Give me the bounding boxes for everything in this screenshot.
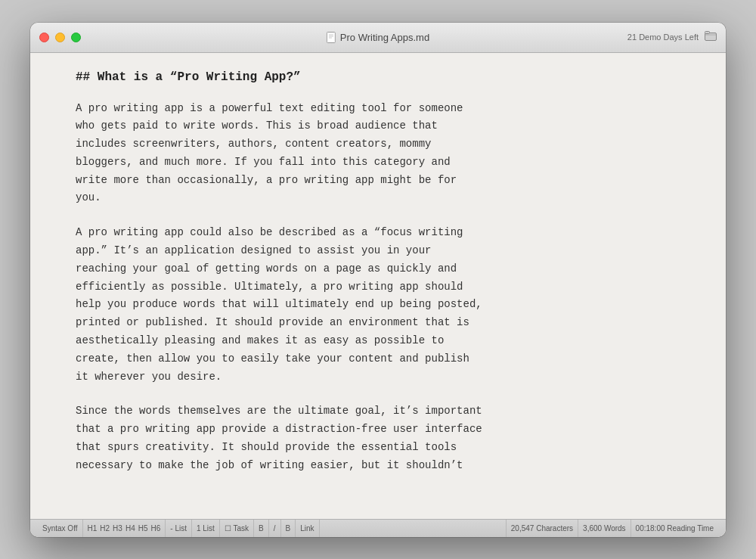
h1-label[interactable]: H1: [88, 524, 98, 533]
spacer: [320, 520, 507, 537]
status-bar: Syntax Off H1 H2 H3 H4 H5 H6 - List 1 Li…: [30, 519, 726, 537]
syntax-toggle[interactable]: Syntax Off: [38, 520, 83, 537]
paragraph-1: A pro writing app is a powerful text edi…: [76, 100, 680, 208]
minimize-button[interactable]: [55, 33, 65, 42]
list-button[interactable]: - List: [166, 520, 192, 537]
svg-rect-2: [705, 32, 710, 34]
character-count: 20,547 Characters: [507, 520, 578, 537]
traffic-lights: [39, 33, 81, 42]
heading-labels: H1 H2 H3 H4 H5 H6: [83, 520, 166, 537]
h3-label[interactable]: H3: [113, 524, 122, 533]
h4-label[interactable]: H4: [125, 524, 135, 533]
paragraph-3: Since the words themselves are the ultim…: [76, 402, 680, 474]
app-window: Pro Writing Apps.md 21 Demo Days Left ##…: [30, 23, 726, 537]
folder-icon[interactable]: [705, 31, 717, 43]
title-center: Pro Writing Apps.md: [327, 32, 429, 43]
demo-badge: 21 Demo Days Left: [627, 33, 699, 42]
window-title: Pro Writing Apps.md: [340, 32, 429, 43]
editor-content[interactable]: ## What is a “Pro Writing App?” A pro wr…: [30, 53, 726, 519]
close-button[interactable]: [39, 33, 49, 42]
link-button[interactable]: Link: [296, 520, 319, 537]
maximize-button[interactable]: [71, 33, 81, 42]
task-button[interactable]: ☐ Task: [220, 520, 254, 537]
title-right: 21 Demo Days Left: [627, 31, 717, 43]
italic-button[interactable]: /: [269, 520, 281, 537]
bold-button[interactable]: B: [254, 520, 269, 537]
numbered-list-button[interactable]: 1 List: [192, 520, 220, 537]
word-count: 3,600 Words: [578, 520, 631, 537]
h2-label[interactable]: H2: [100, 524, 110, 533]
svg-rect-0: [327, 32, 335, 42]
title-bar: Pro Writing Apps.md 21 Demo Days Left: [30, 23, 726, 53]
reading-time: 00:18:00 Reading Time: [631, 520, 718, 537]
h5-label[interactable]: H5: [138, 524, 148, 533]
document-heading: ## What is a “Pro Writing App?”: [76, 68, 680, 86]
strikethrough-button[interactable]: B: [281, 520, 296, 537]
document-icon: [327, 32, 336, 43]
paragraph-2: A pro writing app could also be describe…: [76, 224, 680, 386]
h6-label[interactable]: H6: [151, 524, 161, 533]
